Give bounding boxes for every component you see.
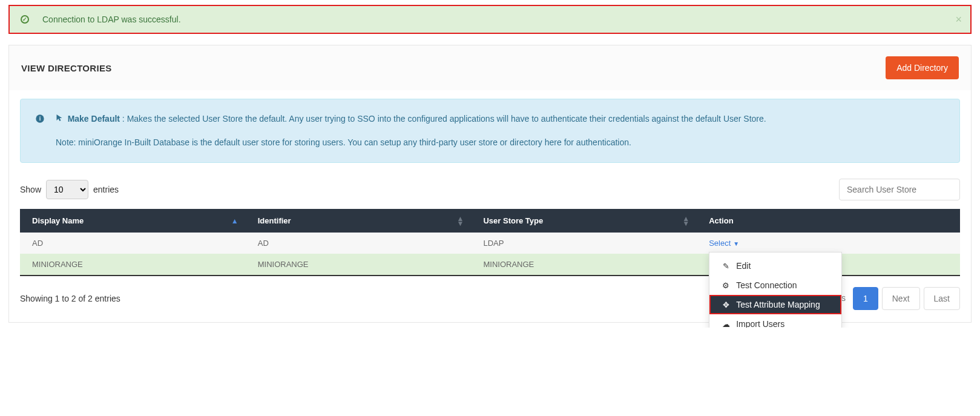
col-identifier[interactable]: Identifier ▲▼ bbox=[246, 209, 472, 233]
sort-icon: ▲▼ bbox=[457, 216, 464, 226]
table-header-row: Display Name ▲ Identifier ▲▼ User Store … bbox=[20, 209, 960, 233]
alert-close-button[interactable]: × bbox=[955, 13, 962, 26]
panel-body: i Make Default : Makes the selected User… bbox=[9, 90, 971, 322]
col-action: Action bbox=[697, 209, 960, 233]
action-select-link[interactable]: Select▼ bbox=[709, 239, 739, 248]
search-input[interactable] bbox=[839, 179, 960, 200]
entries-label: entries bbox=[93, 185, 119, 194]
user-store-table: Display Name ▲ Identifier ▲▼ User Store … bbox=[20, 209, 960, 276]
sort-asc-icon: ▲ bbox=[231, 218, 238, 223]
directories-panel: VIEW DIRECTORIES Add Directory i Make De… bbox=[8, 45, 972, 323]
show-label: Show bbox=[20, 185, 41, 194]
colon: : bbox=[120, 114, 127, 124]
compress-icon: ✥ bbox=[722, 300, 730, 309]
menu-test-connection[interactable]: ⚙ Test Connection bbox=[709, 276, 841, 295]
cell-user-store-type: MINIORANGE bbox=[471, 254, 697, 276]
menu-test-attribute-mapping[interactable]: ✥ Test Attribute Mapping bbox=[709, 295, 841, 314]
alert-message: Connection to LDAP was successful. bbox=[42, 15, 181, 24]
sort-icon: ▲▼ bbox=[682, 216, 689, 226]
page-1-button[interactable]: 1 bbox=[853, 287, 878, 310]
cell-identifier: AD bbox=[246, 233, 472, 254]
make-default-desc: Makes the selected User Store the defaul… bbox=[127, 114, 766, 124]
success-alert: Connection to LDAP was successful. × bbox=[8, 5, 972, 34]
entries-control: Show 10 entries bbox=[20, 180, 119, 199]
cell-action: Select▼ ✎ Edit ⚙ Test Connection bbox=[697, 233, 960, 254]
cell-display-name: AD bbox=[20, 233, 246, 254]
info-box: i Make Default : Makes the selected User… bbox=[20, 99, 960, 163]
last-button[interactable]: Last bbox=[924, 287, 960, 310]
panel-header: VIEW DIRECTORIES Add Directory bbox=[9, 45, 971, 90]
page-size-select[interactable]: 10 bbox=[46, 180, 88, 199]
cloud-download-icon: ☁ bbox=[722, 320, 730, 328]
col-display-name[interactable]: Display Name ▲ bbox=[20, 209, 246, 233]
menu-edit[interactable]: ✎ Edit bbox=[709, 256, 841, 276]
cell-display-name: MINIORANGE bbox=[20, 254, 246, 276]
add-directory-button[interactable]: Add Directory bbox=[886, 56, 959, 79]
action-dropdown: ✎ Edit ⚙ Test Connection ✥ Test Attribut… bbox=[709, 252, 842, 328]
table-row: AD AD LDAP Select▼ ✎ Edit bbox=[20, 233, 960, 254]
make-default-label: Make Default bbox=[68, 114, 120, 124]
panel-title: VIEW DIRECTORIES bbox=[21, 63, 112, 73]
next-button[interactable]: Next bbox=[882, 287, 920, 310]
col-user-store-type[interactable]: User Store Type ▲▼ bbox=[471, 209, 697, 233]
info-icon: i bbox=[35, 114, 45, 149]
menu-import-users[interactable]: ☁ Import Users bbox=[709, 314, 841, 328]
table-controls: Show 10 entries bbox=[20, 179, 960, 200]
edit-icon: ✎ bbox=[722, 262, 730, 271]
pagination: us 1 Next Last bbox=[833, 287, 960, 310]
info-note: Note: miniOrange In-Built Database is th… bbox=[56, 136, 766, 149]
showing-text: Showing 1 to 2 of 2 entries bbox=[20, 294, 120, 303]
caret-down-icon: ▼ bbox=[733, 240, 739, 247]
check-circle-icon bbox=[21, 15, 29, 24]
cursor-icon bbox=[56, 114, 65, 124]
info-content: Make Default : Makes the selected User S… bbox=[56, 113, 766, 149]
cell-user-store-type: LDAP bbox=[471, 233, 697, 254]
cell-identifier: MINIORANGE bbox=[246, 254, 472, 276]
gears-icon: ⚙ bbox=[722, 281, 730, 290]
svg-text:i: i bbox=[39, 116, 41, 122]
